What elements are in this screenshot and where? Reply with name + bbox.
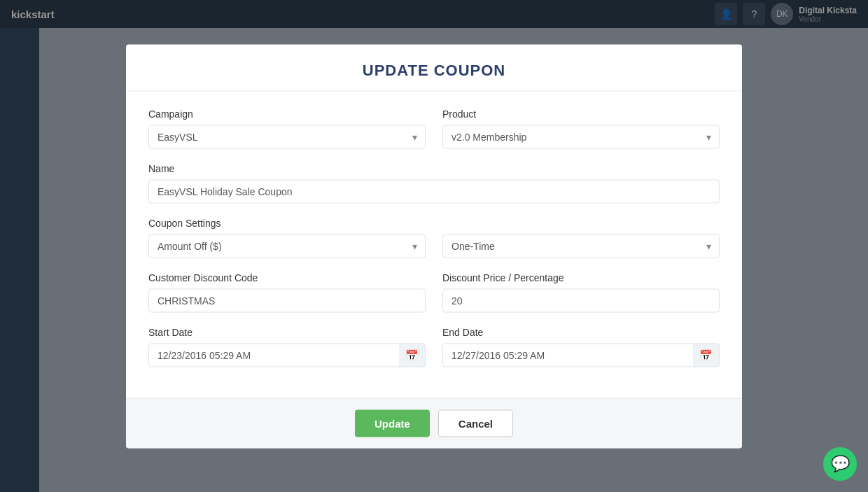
coupon-settings-label: Coupon Settings [148,217,720,228]
product-label: Product [442,108,720,119]
product-group: Product v2.0 Membership [442,108,720,148]
end-date-group: End Date 📅 [442,326,720,367]
start-date-input[interactable] [148,343,426,367]
discount-price-group: Discount Price / Percentage [442,272,720,312]
date-row: Start Date 📅 End Date 📅 [148,326,720,367]
name-group: Name [148,162,720,203]
start-date-calendar-icon[interactable]: 📅 [399,343,426,367]
discount-code-label: Customer Discount Code [148,272,426,283]
coupon-type-wrapper: Amount Off ($)Percentage Off (%)Fixed Pr… [148,234,426,258]
discount-row: Customer Discount Code Discount Price / … [148,272,720,312]
cancel-button[interactable]: Cancel [438,409,513,437]
modal-header: UPDATE COUPON [126,44,742,91]
start-date-group: Start Date 📅 [148,326,426,367]
end-date-label: End Date [442,326,720,337]
modal-title: UPDATE COUPON [148,61,720,79]
campaign-select-wrapper: EasyVSL [148,125,426,148]
discount-code-group: Customer Discount Code [148,272,426,312]
product-select-wrapper: v2.0 Membership [442,125,720,148]
name-input[interactable] [148,179,720,203]
end-date-input[interactable] [442,343,720,367]
discount-price-input[interactable] [442,288,720,312]
campaign-group: Campaign EasyVSL [148,108,426,148]
update-coupon-modal: UPDATE COUPON Campaign EasyVSL Product v… [126,44,742,448]
product-select[interactable]: v2.0 Membership [442,125,720,148]
name-row: Name [148,162,720,203]
end-date-wrapper: 📅 [442,343,720,367]
coupon-settings-group: Coupon Settings Amount Off ($)Percentage… [148,217,720,258]
campaign-select[interactable]: EasyVSL [148,125,426,148]
start-date-wrapper: 📅 [148,343,426,367]
name-label: Name [148,162,720,174]
coupon-settings-selects: Amount Off ($)Percentage Off (%)Fixed Pr… [148,234,720,258]
campaign-label: Campaign [148,108,426,119]
discount-code-input[interactable] [148,288,426,312]
coupon-type-select[interactable]: Amount Off ($)Percentage Off (%)Fixed Pr… [148,234,426,258]
coupon-frequency-wrapper: One-TimeRecurring [442,234,720,258]
chat-widget[interactable]: 💬 [823,447,857,481]
coupon-frequency-select[interactable]: One-TimeRecurring [442,234,720,258]
start-date-label: Start Date [148,326,426,337]
discount-price-label: Discount Price / Percentage [442,272,720,283]
modal-body: Campaign EasyVSL Product v2.0 Membership… [126,91,742,398]
coupon-settings-row: Coupon Settings Amount Off ($)Percentage… [148,217,720,258]
end-date-calendar-icon[interactable]: 📅 [693,343,720,367]
campaign-product-row: Campaign EasyVSL Product v2.0 Membership [148,108,720,148]
modal-footer: Update Cancel [126,398,742,448]
update-button[interactable]: Update [355,409,430,437]
